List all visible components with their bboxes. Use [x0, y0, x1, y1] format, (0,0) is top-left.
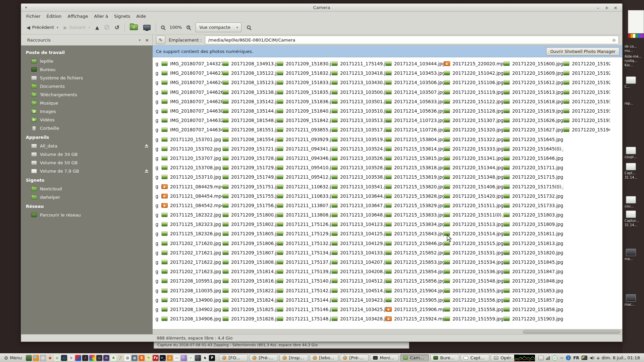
- file-item[interactable]: 20171220_151042.jpg: [444, 68, 503, 78]
- sidebar-item-lep0le[interactable]: lep0le: [21, 57, 153, 65]
- file-item[interactable]: 20171211_175140.jpg: [277, 276, 331, 286]
- file-item[interactable]: 20171220_151600.jpg: [503, 59, 563, 68]
- sidebar-item-videos[interactable]: Vidéos: [21, 116, 153, 124]
- file-item[interactable]: 20171120_153701.jpg: [161, 135, 222, 144]
- launcher-plume[interactable]: P: [209, 355, 215, 361]
- file-item[interactable]: IMG_20180707_144621.jpg: [161, 68, 222, 78]
- screen-tool-icon[interactable]: [582, 356, 587, 360]
- file-item[interactable]: 20171215_153833.jpg: [385, 210, 444, 220]
- file-item[interactable]: 20171220_151612.jpg: [503, 78, 563, 87]
- file-item[interactable]: 20171209_151802.jpg: [222, 220, 277, 229]
- file-item[interactable]: 20171208_135122.jpg: [222, 68, 277, 78]
- file-item[interactable]: 20171220_151406.jpg: [444, 182, 503, 191]
- file-item[interactable]: 20171220_151848.jpg: [503, 276, 563, 286]
- file-item[interactable]: 20171211_095412.jpg: [277, 172, 331, 182]
- file-item[interactable]: 20171209_151828.jpg: [222, 314, 277, 323]
- file-item[interactable]: 20171209_151721.jpg: [222, 144, 277, 154]
- file-item[interactable]: 20171213_104133.jpg: [331, 248, 385, 257]
- taskbar-window-pre-[interactable]: [Pré-...: [340, 354, 369, 361]
- file-item[interactable]: 20171220_151322.jpg: [444, 135, 503, 144]
- sidebar-item-telechargements[interactable]: Téléchargements: [21, 90, 153, 99]
- file-item[interactable]: 20171208_134906.jpg: [161, 314, 222, 323]
- file-item[interactable]: 20171213_103418.jpg: [331, 68, 385, 78]
- launcher-filezilla[interactable]: Fz: [153, 355, 159, 361]
- file-item[interactable]: 20171220_151609.jpg: [503, 68, 563, 78]
- file-item[interactable]: 20171209_151749.jpg: [222, 172, 277, 182]
- back-button[interactable]: ◀ Précédent ▾: [24, 22, 61, 33]
- launcher-gimp[interactable]: [40, 355, 46, 361]
- file-item[interactable]: 20171120_153710.jpg: [161, 172, 222, 182]
- file-item[interactable]: 20171220_151803.jpg: [503, 210, 563, 220]
- file-item[interactable]: 20171220_151513.jpg: [444, 220, 503, 229]
- launcher-piano[interactable]: ▥: [124, 355, 130, 361]
- file-item[interactable]: 20171202_171622.jpg: [161, 257, 222, 267]
- desktop-icon-fragment[interactable]: coupl...: [625, 147, 643, 159]
- file-item[interactable]: 20171211_175139.jpg: [277, 267, 331, 276]
- launcher-headphones[interactable]: ∩: [103, 355, 109, 361]
- file-item[interactable]: 20171213_103517.jpg: [331, 125, 385, 134]
- file-item[interactable]: 20171125_182326.jpg: [161, 229, 222, 238]
- file-item[interactable]: 20171220_151511.jpg: [444, 201, 503, 210]
- sidebar-item-all-data[interactable]: All_data: [21, 142, 153, 150]
- file-item[interactable]: 20171208_135138.jpg: [222, 87, 277, 97]
- file-item[interactable]: 20171209_151816.jpg: [222, 276, 277, 286]
- launcher-spiral[interactable]: ◎: [54, 355, 60, 361]
- file-item[interactable]: 20171213_103526.jpg: [331, 154, 385, 163]
- file-item[interactable]: 20171213_103513.jpg: [331, 116, 385, 125]
- minimize-button[interactable]: –: [595, 5, 601, 10]
- file-item[interactable]: 20171121_084542.mp4: [161, 201, 222, 210]
- maximize-button[interactable]: +: [604, 5, 609, 10]
- file-item[interactable]: 20171220_151924.jpg: [563, 59, 610, 68]
- taskbar-window-bure[interactable]: Bure...: [430, 354, 459, 361]
- clock[interactable]: dim. 8 juil., 01:18: [602, 355, 640, 360]
- file-item[interactable]: 20171220_151559.jpg: [444, 314, 503, 323]
- file-item[interactable]: 20171220_151119.jpg: [444, 87, 503, 97]
- launcher-firefox[interactable]: [33, 355, 39, 361]
- file-item[interactable]: 20171209_151825.jpg: [222, 305, 277, 314]
- desktop-icon-fragment[interactable]: ma...: [625, 249, 643, 261]
- file-item[interactable]: 20171220_151858.jpg: [503, 305, 563, 314]
- file-item[interactable]: 20171220_151927.jpg: [563, 68, 610, 78]
- file-item[interactable]: 20171220_151715(0).jpg: [503, 182, 563, 191]
- file-item[interactable]: 20171208_181554.jpg: [222, 135, 277, 144]
- file-item[interactable]: 20171202_171620.jpg: [161, 239, 222, 248]
- file-item[interactable]: 20171211_094346.jpg: [277, 154, 331, 163]
- file-item[interactable]: 20171214_105636.jpg: [385, 106, 444, 116]
- file-item[interactable]: 20171214_103444.jpg: [385, 59, 444, 68]
- file-grid[interactable]: gggggggggggggggggggggggggggg IMG_2018070…: [153, 57, 622, 329]
- sidebar-item-bureau[interactable]: Bureau: [21, 65, 153, 74]
- file-item[interactable]: 20171211_093855.jpg: [277, 125, 331, 134]
- menu-aide[interactable]: Aide: [133, 13, 149, 20]
- eject-icon[interactable]: [144, 144, 149, 148]
- sidebar-item-parcourir-le-reseau[interactable]: Parcourir le réseau: [21, 211, 153, 219]
- desktop-icon-fragment[interactable]: rep...: [625, 101, 643, 106]
- launcher-xournal[interactable]: ✎: [146, 355, 152, 361]
- file-item[interactable]: 20171121_084429.mp4: [161, 182, 222, 191]
- file-item[interactable]: 20171213_104207.jpg: [331, 257, 385, 267]
- file-item[interactable]: 20171125_182322.jpg: [161, 210, 222, 220]
- file-item[interactable]: 20171213_103524.jpg: [331, 144, 385, 154]
- sidebar-item-musique[interactable]: Musique: [21, 99, 153, 107]
- file-item[interactable]: 20171209_151729.jpg: [222, 163, 277, 172]
- desktop-icon-fragment[interactable]: Capt...31 14...: [625, 163, 643, 180]
- launcher-package-download[interactable]: ↓: [167, 355, 173, 361]
- file-item[interactable]: IMG_20180707_144634.jpg: [161, 125, 222, 134]
- file-item[interactable]: 20171220_151531.jpg: [444, 248, 503, 257]
- file-item[interactable]: 20171209_151832.jpg: [277, 68, 331, 78]
- open-shotwell-button[interactable]: Ouvrir Shotwell Photo Manager: [546, 47, 620, 56]
- menu-button[interactable]: ⚙ Menu: [1, 354, 24, 362]
- file-item[interactable]: 20171215_215905.jpg: [385, 295, 444, 305]
- file-item[interactable]: 20171220_151809.jpg: [503, 220, 563, 229]
- file-item[interactable]: 20171214_110726.jpg: [385, 125, 444, 134]
- file-item[interactable]: 20171215_215906.mp4: [385, 305, 444, 314]
- view-mode-select[interactable]: Vue compacte ▾: [196, 22, 241, 32]
- file-item[interactable]: 20171211_093929.jpg: [277, 135, 331, 144]
- file-item[interactable]: 20171209_151800.jpg: [222, 210, 277, 220]
- file-item[interactable]: 20171213_103519.jpg: [331, 135, 385, 144]
- menu-signets[interactable]: Signets: [111, 13, 133, 20]
- launcher-plant[interactable]: ♣: [110, 355, 116, 361]
- menu-fichier[interactable]: Fichier: [23, 13, 44, 20]
- sidebar-item-volume-de-34-gb[interactable]: Volume de 34 GB: [21, 150, 153, 159]
- file-item[interactable]: IMG_20180707_144624.jpg: [161, 78, 222, 87]
- launcher-show-desktop[interactable]: [26, 355, 32, 361]
